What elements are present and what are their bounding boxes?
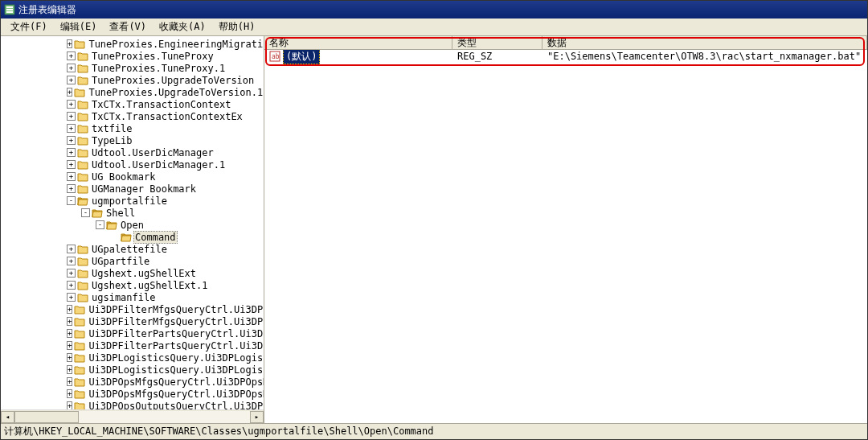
tree-node[interactable]: +UG Bookmark	[4, 171, 264, 183]
list-body[interactable]: ab (默认) REG_SZ "E:\Siemens\Teamcenter\OT…	[264, 50, 867, 423]
tree-node-label[interactable]: UGpartfile	[90, 256, 151, 267]
expand-icon[interactable]: +	[67, 245, 76, 253]
expand-icon[interactable]: +	[67, 172, 76, 181]
tree-node-label[interactable]: Command	[133, 231, 178, 244]
tree-node-label[interactable]: UG Bookmark	[90, 171, 157, 183]
tree-node[interactable]: -ugmportalfile	[4, 195, 264, 207]
tree-node[interactable]: +TuneProxies.TuneProxy	[4, 50, 264, 62]
tree-node-label[interactable]: TuneProxies.UpgradeToVersion	[90, 75, 256, 86]
expand-icon[interactable]: +	[67, 88, 72, 97]
tree-node[interactable]: +TuneProxies.EngineeringMigration.1	[4, 38, 264, 50]
expand-icon[interactable]: +	[67, 136, 76, 145]
menu-view[interactable]: 查看(V)	[103, 19, 153, 35]
tree-node-label[interactable]: Ui3DPFilterMfgsQueryCtrl.Ui3DPFilterMfgs…	[87, 316, 264, 327]
tree-node[interactable]: +Ui3DPFilterMfgsQueryCtrl.Ui3DPFilterMfg…	[4, 303, 264, 315]
tree-node[interactable]: +Ui3DPLogisticsQuery.Ui3DPLogisticsQuery…	[4, 364, 264, 376]
tree-node[interactable]: +UGManager Bookmark	[4, 183, 264, 195]
tree-node-label[interactable]: TuneProxies.UpgradeToVersion.1	[87, 87, 264, 98]
menu-file[interactable]: 文件(F)	[4, 19, 54, 35]
tree-node[interactable]: +Udtool.UserDicManager	[4, 146, 264, 158]
expand-icon[interactable]: +	[67, 39, 72, 48]
expand-icon[interactable]: +	[67, 148, 76, 157]
tree-node[interactable]: +Ui3DPLogisticsQuery.Ui3DPLogisticsQuery	[4, 352, 264, 364]
tree-node[interactable]: +Ugshext.ugShellExt	[4, 267, 264, 279]
tree-node-label[interactable]: Ui3DPFilterMfgsQueryCtrl.Ui3DPFilterMfgs…	[87, 304, 264, 315]
tree-node[interactable]: +TxCTx.TransactionContext	[4, 98, 264, 110]
expand-icon[interactable]: +	[67, 124, 76, 133]
tree-node-label[interactable]: Ui3DPOpsMfgsQueryCtrl.Ui3DPOpsMfgsQueryC…	[87, 376, 264, 388]
tree-hscrollbar[interactable]: ◂ ▸	[1, 409, 264, 423]
collapse-icon[interactable]: -	[81, 208, 90, 217]
tree-node[interactable]: +TuneProxies.UpgradeToVersion	[4, 74, 264, 86]
expand-icon[interactable]: +	[67, 329, 72, 338]
expand-icon[interactable]: +	[67, 160, 76, 169]
tree-node[interactable]: +TxCTx.TransactionContextEx	[4, 110, 264, 122]
list-row[interactable]: ab (默认) REG_SZ "E:\Siemens\Teamcenter\OT…	[264, 50, 867, 63]
tree-node-label[interactable]: TuneProxies.EngineeringMigration.1	[87, 39, 264, 50]
menu-favorites[interactable]: 收藏夹(A)	[153, 19, 212, 35]
expand-icon[interactable]: +	[67, 76, 76, 84]
tree-node-label[interactable]: UGpalettefile	[90, 244, 169, 255]
tree-node[interactable]: +Ui3DPFilterPartsQueryCtrl.Ui3DPFilterPa…	[4, 339, 264, 352]
tree-node[interactable]: Command	[4, 231, 264, 243]
tree-node[interactable]: +Ui3DPOpsOutputsQueryCtrl.Ui3DPOpsOutput…	[4, 400, 264, 409]
tree-node-label[interactable]: Ui3DPOpsMfgsQueryCtrl.Ui3DPOpsMfgsQueryC…	[87, 389, 264, 400]
tree-node-label[interactable]: TypeLib	[90, 135, 134, 146]
tree-node-label[interactable]: Udtool.UserDicManager	[90, 147, 215, 158]
column-header-type[interactable]: 类型	[452, 36, 542, 49]
tree-node-label[interactable]: Open	[119, 220, 145, 231]
tree-node-label[interactable]: Shell	[104, 208, 137, 219]
tree-node-label[interactable]: UGManager Bookmark	[90, 183, 198, 195]
tree-node-label[interactable]: Ui3DPFilterPartsQueryCtrl.Ui3DPFilterPar…	[87, 340, 264, 352]
collapse-icon[interactable]: -	[96, 220, 104, 229]
expand-icon[interactable]: +	[67, 305, 72, 314]
expand-icon[interactable]: +	[67, 377, 72, 386]
column-header-data[interactable]: 数据	[542, 36, 867, 49]
tree-node[interactable]: +Udtool.UserDicManager.1	[4, 158, 264, 171]
expand-icon[interactable]: +	[67, 100, 76, 109]
tree-node-label[interactable]: Ui3DPOpsOutputsQueryCtrl.Ui3DPOpsOutputs…	[87, 401, 264, 410]
tree-node-label[interactable]: ugmportalfile	[90, 195, 169, 207]
tree-node-label[interactable]: TxCTx.TransactionContext	[90, 99, 232, 110]
expand-icon[interactable]: +	[67, 112, 76, 121]
expand-icon[interactable]: +	[67, 64, 76, 72]
expand-icon[interactable]: +	[67, 269, 76, 278]
tree-node[interactable]: +Ui3DPOpsMfgsQueryCtrl.Ui3DPOpsMfgsQuery…	[4, 388, 264, 400]
expand-icon[interactable]: +	[67, 389, 72, 398]
tree-node-label[interactable]: txtfile	[90, 123, 134, 134]
tree-node[interactable]: +TypeLib	[4, 134, 264, 146]
tree-node[interactable]: +txtfile	[4, 122, 264, 134]
expand-icon[interactable]: +	[67, 365, 72, 374]
tree-node[interactable]: +UGpartfile	[4, 255, 264, 267]
expand-icon[interactable]: +	[67, 353, 72, 362]
tree-node[interactable]: +Ugshext.ugShellExt.1	[4, 279, 264, 291]
tree-node-label[interactable]: Ui3DPLogisticsQuery.Ui3DPLogisticsQuery	[87, 352, 264, 364]
scroll-thumb[interactable]	[14, 411, 79, 423]
tree-node[interactable]: -Open	[4, 219, 264, 231]
tree-node[interactable]: +TuneProxies.TuneProxy.1	[4, 62, 264, 74]
expand-icon[interactable]: +	[67, 401, 72, 409]
tree-node[interactable]: +ugsimanfile	[4, 291, 264, 303]
scroll-track[interactable]	[14, 411, 250, 423]
value-name-cell[interactable]: ab (默认)	[264, 50, 452, 64]
tree-node[interactable]: +Ui3DPOpsMfgsQueryCtrl.Ui3DPOpsMfgsQuery…	[4, 376, 264, 388]
tree-node-label[interactable]: Udtool.UserDicManager.1	[90, 159, 227, 171]
scroll-right-button[interactable]: ▸	[250, 411, 264, 423]
tree-node[interactable]: +UGpalettefile	[4, 243, 264, 255]
tree-node-label[interactable]: Ui3DPFilterPartsQueryCtrl.Ui3DPFilterPar…	[87, 328, 264, 339]
tree-node-label[interactable]: TuneProxies.TuneProxy	[90, 51, 215, 62]
expand-icon[interactable]: +	[67, 317, 72, 326]
tree-node[interactable]: +TuneProxies.UpgradeToVersion.1	[4, 86, 264, 98]
expand-icon[interactable]: +	[67, 281, 76, 290]
tree-node[interactable]: +Ui3DPFilterMfgsQueryCtrl.Ui3DPFilterMfg…	[4, 315, 264, 327]
expand-icon[interactable]: +	[67, 257, 76, 265]
scroll-left-button[interactable]: ◂	[1, 411, 14, 423]
expand-icon[interactable]: +	[67, 184, 76, 193]
collapse-icon[interactable]: -	[67, 196, 76, 205]
tree-scroll[interactable]: +TuneProxies.EngineeringMigration.1+Tune…	[1, 36, 264, 409]
expand-icon[interactable]: +	[67, 293, 76, 302]
tree-node[interactable]: +Ui3DPFilterPartsQueryCtrl.Ui3DPFilterPa…	[4, 327, 264, 339]
expand-icon[interactable]: +	[67, 51, 76, 60]
tree-node-label[interactable]: ugsimanfile	[90, 292, 157, 303]
menu-edit[interactable]: 编辑(E)	[54, 19, 104, 35]
